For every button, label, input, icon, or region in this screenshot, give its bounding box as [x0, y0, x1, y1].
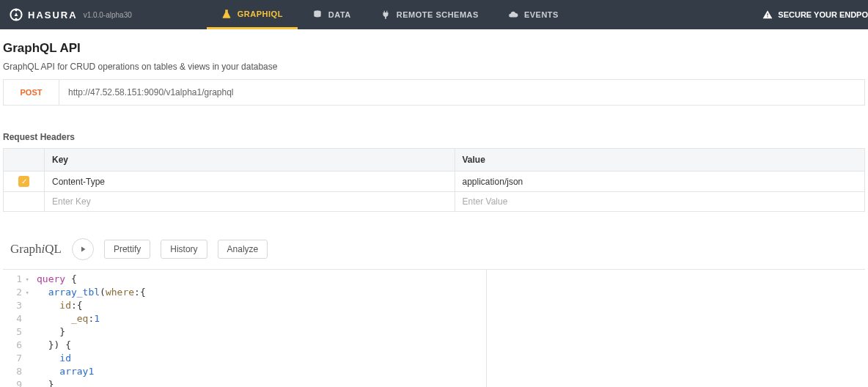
hasura-logo-icon	[9, 7, 23, 22]
code-line: id:{	[37, 299, 157, 312]
code-line: id	[37, 352, 157, 365]
code-line: }	[37, 325, 157, 339]
endpoint-url-input[interactable]	[59, 80, 864, 105]
stack-icon	[312, 10, 323, 20]
code-line: array_tbl(where:{	[37, 286, 157, 299]
page-subtitle: GraphQL API for CRUD operations on table…	[3, 62, 865, 72]
line-number: 3	[3, 299, 22, 312]
line-gutter: 123456789101112	[3, 270, 26, 387]
code-line: query {	[37, 273, 157, 286]
secure-endpoint-link[interactable]: SECURE YOUR ENDPO	[754, 10, 868, 20]
nav-items: GRAPHIQLDATAREMOTE SCHEMASEVENTS	[207, 0, 573, 29]
plug-icon	[380, 10, 391, 20]
header-value-input[interactable]	[463, 196, 858, 207]
code-line: _eq:1	[37, 312, 157, 325]
svg-point-1	[15, 9, 18, 12]
svg-marker-3	[15, 12, 18, 16]
nav-events[interactable]: EVENTS	[493, 0, 573, 29]
graphiql-title: GraphiQL	[10, 242, 62, 257]
warning-icon	[762, 10, 773, 20]
brand-version: v1.0.0-alpha30	[84, 11, 132, 19]
header-key-input[interactable]	[52, 177, 447, 187]
line-number: 6	[3, 339, 22, 352]
cloud-icon	[508, 10, 518, 20]
line-number: 1	[3, 273, 22, 286]
nav-label: REMOTE SCHEMAS	[397, 10, 479, 19]
nav-label: GRAPHIQL	[238, 10, 283, 18]
play-icon	[78, 245, 87, 254]
endpoint-row: POST	[3, 79, 865, 106]
nav-label: EVENTS	[524, 10, 559, 19]
table-row: ✓	[4, 172, 865, 192]
header-key-input[interactable]	[52, 196, 447, 207]
nav-graphiql[interactable]: GRAPHIQL	[207, 0, 298, 29]
header-col-checkbox	[4, 149, 45, 172]
graphiql-toolbar: GraphiQL Prettify History Analyze	[3, 226, 865, 270]
nav-label: DATA	[328, 10, 351, 19]
top-nav: HASURA v1.0.0-alpha30 GRAPHIQLDATAREMOTE…	[0, 0, 868, 29]
query-editor[interactable]: 123456789101112 query { array_tbl(where:…	[3, 270, 487, 387]
analyze-button[interactable]: Analyze	[218, 240, 268, 259]
flask-icon	[221, 9, 232, 19]
nav-remote-schemas[interactable]: REMOTE SCHEMAS	[366, 0, 493, 29]
brand[interactable]: HASURA v1.0.0-alpha30	[0, 7, 141, 22]
prettify-button[interactable]: Prettify	[104, 240, 150, 259]
history-button[interactable]: History	[161, 240, 207, 259]
execute-button[interactable]	[72, 238, 94, 260]
request-headers-title: Request Headers	[3, 132, 865, 142]
code-area[interactable]: query { array_tbl(where:{ id:{ _eq:1 } }…	[26, 270, 157, 387]
code-line: }) {	[37, 339, 157, 352]
line-number: 7	[3, 352, 22, 365]
line-number: 8	[3, 365, 22, 378]
header-checkbox[interactable]: ✓	[18, 176, 29, 187]
svg-point-2	[15, 18, 18, 21]
line-number: 9	[3, 378, 22, 387]
page-title: GraphQL API	[3, 41, 865, 56]
nav-data[interactable]: DATA	[298, 0, 366, 29]
results-pane	[487, 270, 865, 387]
line-number: 5	[3, 325, 22, 339]
header-value-input[interactable]	[463, 177, 858, 187]
secure-label: SECURE YOUR ENDPO	[778, 10, 868, 19]
brand-name: HASURA	[28, 10, 78, 21]
code-line: }	[37, 378, 157, 387]
http-method: POST	[4, 80, 59, 105]
header-col-value: Value	[455, 149, 865, 172]
header-col-key: Key	[45, 149, 455, 172]
graphiql-body: 123456789101112 query { array_tbl(where:…	[3, 270, 865, 387]
code-line: array1	[37, 365, 157, 378]
request-headers-table: Key Value ✓	[3, 148, 865, 212]
table-row-new	[4, 192, 865, 212]
line-number: 4	[3, 312, 22, 325]
line-number: 2	[3, 286, 22, 299]
